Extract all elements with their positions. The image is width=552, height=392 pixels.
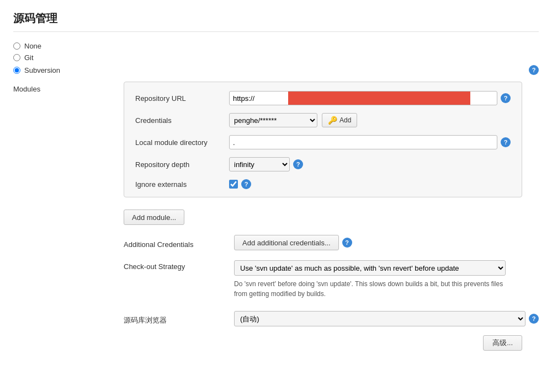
local-dir-row: Local module directory ? [135,135,511,149]
local-dir-label: Local module directory [135,138,229,147]
browser-select[interactable]: (自动) WebSVN ViewSVN FishEye [234,311,526,326]
local-dir-input[interactable] [229,135,497,149]
radio-none-input[interactable] [13,42,20,50]
radio-svn-label[interactable]: Subversion [24,66,60,74]
additional-credentials-label: Additional Credentials [124,237,234,249]
repo-depth-help-icon[interactable]: ? [293,159,303,169]
repo-depth-label: Repository depth [135,160,229,169]
radio-none: None [13,42,539,50]
add-additional-credentials-btn[interactable]: Add additional credentials... [234,235,339,250]
ignore-externals-checkbox[interactable] [229,180,238,189]
add-btn-label: Add [339,116,351,124]
add-credentials-btn[interactable]: 🔑 Add [322,113,357,127]
ignore-externals-control: ? [229,179,511,189]
credentials-label: Credentials [135,116,229,125]
additional-credentials-help-icon[interactable]: ? [342,238,352,248]
repo-url-help-icon[interactable]: ? [501,93,511,103]
repo-depth-select[interactable]: infinity empty files immediates [229,157,290,171]
repo-url-control: ? [229,91,511,105]
repo-url-input[interactable] [229,91,497,105]
browser-help-icon[interactable]: ? [529,314,539,324]
advanced-btn-row: 高级... [124,335,539,351]
repo-depth-control: infinity empty files immediates ? [229,157,511,171]
browser-row: 源码库浏览器 (自动) WebSVN ViewSVN FishEye ? [124,311,539,326]
ignore-externals-row: Ignore externals ? [135,179,511,189]
radio-git-label[interactable]: Git [24,53,34,62]
add-module-btn[interactable]: Add module... [124,210,184,225]
page-title: 源码管理 [13,11,539,32]
additional-credentials-row: Additional Credentials Add additional cr… [124,235,539,250]
radio-svn-input[interactable] [13,67,20,74]
local-dir-control: ? [229,135,511,149]
radio-svn: Subversion ? [13,65,539,75]
credentials-row: Credentials penghe/****** 🔑 Add [135,113,511,127]
modules-label: Modules [13,82,124,93]
ignore-externals-label: Ignore externals [135,180,229,189]
repo-url-row: Repository URL ? [135,91,511,105]
radio-git-input[interactable] [13,54,20,61]
ignore-externals-help-icon[interactable]: ? [241,179,251,189]
modules-section: Modules Repository URL ? Credentials [13,82,539,351]
modules-box: Repository URL ? Credentials penghe/****… [124,82,522,197]
browser-label: 源码库浏览器 [124,312,234,325]
credentials-control: penghe/****** 🔑 Add [229,113,511,127]
repo-url-label: Repository URL [135,94,229,103]
advanced-btn[interactable]: 高级... [483,335,522,351]
repo-depth-row: Repository depth infinity empty files im… [135,157,511,171]
checkout-strategy-desc: Do 'svn revert' before doing 'svn update… [234,279,506,299]
checkout-strategy-select[interactable]: Use 'svn update' as much as possible, wi… [234,260,506,276]
key-icon: 🔑 [328,116,337,125]
radio-git: Git [13,53,539,62]
scm-radio-group: None Git Subversion ? [13,42,539,75]
svn-help-icon[interactable]: ? [529,65,539,75]
radio-none-label[interactable]: None [24,42,41,50]
checkout-strategy-label: Check-out Strategy [124,260,234,271]
credentials-select[interactable]: penghe/****** [229,113,317,127]
local-dir-help-icon[interactable]: ? [501,137,511,147]
checkout-strategy-control: Use 'svn update' as much as possible, wi… [234,260,506,299]
checkout-strategy-row: Check-out Strategy Use 'svn update' as m… [124,260,539,299]
